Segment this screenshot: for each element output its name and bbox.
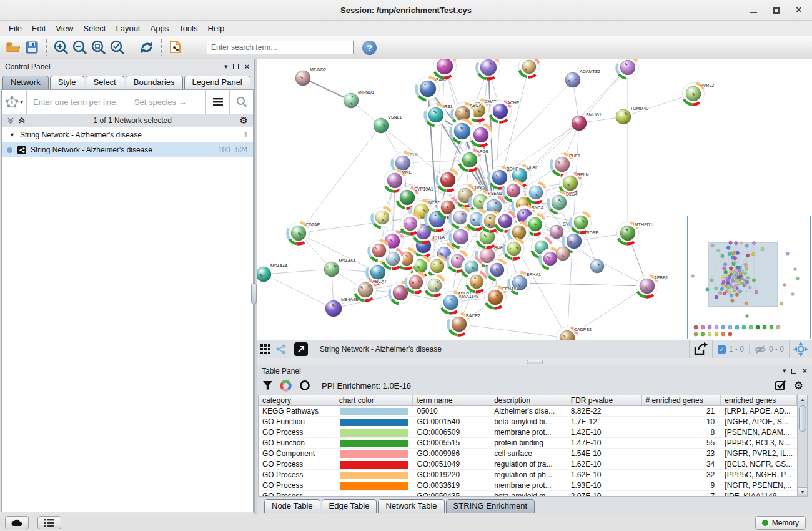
network-row-selected[interactable]: String Network - Alzheimer's disease 100… xyxy=(2,142,253,157)
help-button[interactable]: ? xyxy=(362,41,377,55)
network-node[interactable] xyxy=(487,260,508,280)
network-node-RELN[interactable]: RELN xyxy=(560,172,589,194)
tab-node-table[interactable]: Node Table xyxy=(264,499,320,513)
network-node[interactable] xyxy=(450,226,472,248)
export-network-icon[interactable] xyxy=(693,342,708,356)
menu-file[interactable]: File xyxy=(4,22,27,35)
scroll-down-button[interactable]: ▼ xyxy=(798,487,807,496)
table-row[interactable]: KEGG Pathways05010Alzheimer's dise...8.8… xyxy=(259,406,797,417)
string-protein-query-button[interactable]: ▾ xyxy=(2,90,27,114)
collapse-all-icon[interactable] xyxy=(7,117,14,124)
table-row[interactable]: GO ComponentGO:0009986cell surface1.54E-… xyxy=(259,449,797,459)
network-node[interactable] xyxy=(503,239,524,259)
network-canvas[interactable]: MT-ND2MT-ND1VSNL1GAB2ADAMTS2PVRL2TOMM40S… xyxy=(257,59,812,340)
menu-view[interactable]: View xyxy=(51,22,78,35)
network-node-APOE[interactable]: APOE xyxy=(459,149,489,171)
zoom-selected-button[interactable] xyxy=(108,39,127,56)
network-node-MS4A6A[interactable]: MS4A6A xyxy=(324,259,356,277)
tab-select[interactable]: Select xyxy=(86,76,124,89)
scroll-up-button[interactable]: ▲ xyxy=(798,395,807,404)
network-from-file-button[interactable] xyxy=(167,39,186,56)
zoom-fit-button[interactable] xyxy=(89,39,108,56)
table-settings-gear-icon[interactable]: ⚙ xyxy=(794,379,803,392)
network-node-BACE2[interactable]: BACE2 xyxy=(448,314,480,335)
detach-view-icon[interactable] xyxy=(294,342,308,356)
minimize-button[interactable] xyxy=(750,8,757,13)
select-rows-checkbox-icon[interactable] xyxy=(775,380,786,391)
chart-donut-icon[interactable] xyxy=(280,380,292,392)
vertical-splitter-handle[interactable] xyxy=(251,283,257,304)
column-header-chart-color[interactable]: chart color xyxy=(335,395,413,405)
navigate-compass-icon[interactable] xyxy=(793,342,808,357)
horizontal-splitter-handle[interactable] xyxy=(527,360,543,364)
tab-edge-table[interactable]: Edge Table xyxy=(322,499,377,513)
string-options-button[interactable] xyxy=(205,90,229,114)
network-node[interactable] xyxy=(477,59,500,79)
network-node-MT-ND2[interactable]: MT-ND2 xyxy=(295,67,326,86)
grid-view-icon[interactable] xyxy=(260,344,271,355)
scrollbar-thumb[interactable] xyxy=(799,405,806,432)
network-options-gear-icon[interactable]: ⚙ xyxy=(240,115,248,126)
network-node[interactable] xyxy=(405,272,426,293)
network-node[interactable] xyxy=(570,212,591,233)
panel-menu-caret-icon[interactable]: ▾ xyxy=(783,367,786,375)
network-node-ACHE[interactable]: ACHE xyxy=(490,101,520,122)
expand-all-icon[interactable] xyxy=(18,117,26,124)
menu-edit[interactable]: Edit xyxy=(27,22,51,35)
tab-legend-panel[interactable]: Legend Panel xyxy=(184,76,250,89)
network-node[interactable] xyxy=(617,59,639,79)
network-node[interactable] xyxy=(590,259,604,273)
network-node[interactable] xyxy=(556,247,570,261)
network-node[interactable] xyxy=(433,59,457,78)
network-node[interactable] xyxy=(372,207,393,228)
menu-layout[interactable]: Layout xyxy=(111,22,145,35)
close-button[interactable]: × xyxy=(796,7,803,14)
column-header-description[interactable]: description xyxy=(490,395,567,405)
network-node[interactable] xyxy=(526,182,547,203)
tree-expand-icon[interactable]: ▼ xyxy=(9,132,15,138)
network-node[interactable] xyxy=(425,275,445,296)
table-row[interactable]: GO ProcessGO:0050435beta-amyloid m...2.0… xyxy=(259,491,797,497)
share-view-icon[interactable] xyxy=(276,344,286,354)
automation-cloud-button[interactable] xyxy=(5,516,29,529)
menu-apps[interactable]: Apps xyxy=(146,22,174,35)
enrichment-table[interactable]: categorychart colorterm namedescriptionF… xyxy=(258,395,798,497)
memory-button[interactable]: Memory xyxy=(755,516,806,530)
network-node-TOMM40[interactable]: TOMM40 xyxy=(616,106,648,124)
column-header-term-name[interactable]: term name xyxy=(413,395,490,405)
float-panel-button[interactable] xyxy=(791,369,796,374)
tab-network-table[interactable]: Network Table xyxy=(378,499,444,513)
network-node[interactable] xyxy=(503,181,524,201)
birds-eye-view[interactable] xyxy=(687,216,811,339)
close-panel-button[interactable]: × xyxy=(244,62,249,71)
open-session-button[interactable] xyxy=(4,39,22,56)
column-header-category[interactable]: category xyxy=(259,395,335,405)
table-row[interactable]: GO ProcessGO:0051049regulation of tra...… xyxy=(259,459,797,470)
table-scrollbar[interactable]: ▲ ▼ xyxy=(798,395,808,497)
float-panel-button[interactable] xyxy=(233,64,239,69)
network-node[interactable] xyxy=(450,120,473,143)
column-header--enriched-genes[interactable]: # enriched genes xyxy=(642,395,721,405)
tab-string-enrichment[interactable]: STRING Enrichment xyxy=(446,499,535,513)
zoom-in-button[interactable] xyxy=(52,39,71,56)
filter-funnel-icon[interactable] xyxy=(263,381,272,390)
network-node-MT-ND1[interactable]: MT-ND1 xyxy=(344,90,374,108)
network-node-VSNL1[interactable]: VSNL1 xyxy=(374,115,402,133)
network-node[interactable] xyxy=(369,241,390,261)
menu-select[interactable]: Select xyxy=(78,22,111,35)
set-species-label[interactable]: Set species → xyxy=(134,97,187,107)
horizontal-splitter[interactable] xyxy=(257,358,812,365)
menu-help[interactable]: Help xyxy=(203,22,230,35)
table-row[interactable]: GO FunctionGO:0005515protein binding1.47… xyxy=(259,438,797,449)
network-node[interactable] xyxy=(470,124,492,146)
tab-network[interactable]: Network xyxy=(2,76,49,89)
zoom-out-button[interactable] xyxy=(71,39,89,56)
network-node-MTHFD1L[interactable]: MTHFD1L xyxy=(617,222,655,244)
string-term-input[interactable]: Enter one term per line. Set species → xyxy=(27,90,205,114)
network-node-PHF1[interactable]: PHF1 xyxy=(551,154,580,176)
search-input[interactable] xyxy=(207,41,354,54)
network-node-CD2AP[interactable]: CD2AP xyxy=(287,222,320,244)
table-row[interactable]: GO ProcessGO:0033619membrane prot...1.93… xyxy=(259,480,797,491)
close-panel-button[interactable]: × xyxy=(802,366,807,375)
network-node[interactable] xyxy=(400,214,421,234)
